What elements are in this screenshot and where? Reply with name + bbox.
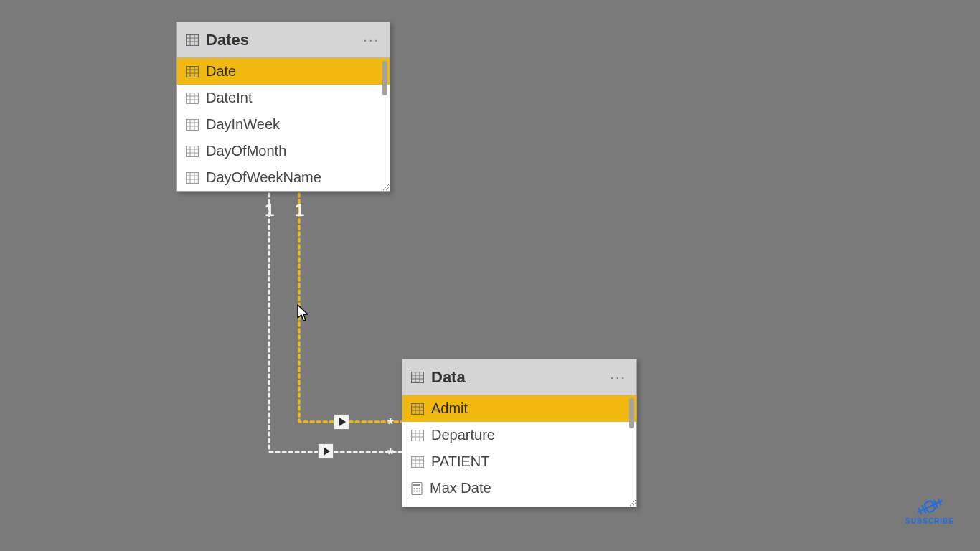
table-title: Dates (206, 31, 249, 50)
field-label: Departure (431, 427, 495, 443)
svg-rect-53 (413, 484, 420, 486)
svg-rect-10 (187, 93, 199, 103)
svg-rect-20 (187, 146, 199, 156)
table-menu-button[interactable]: ··· (608, 369, 628, 385)
filter-direction-marker-active[interactable] (334, 414, 349, 430)
svg-line-31 (386, 187, 389, 190)
field-label: Max Date (430, 480, 491, 496)
arrow-right-icon (339, 418, 346, 426)
svg-line-60 (630, 500, 636, 506)
cardinality-to-rel2: * (387, 415, 394, 433)
subscribe-watermark: SUBSCRIBE (905, 499, 954, 525)
cardinality-from-rel2: 1 (295, 200, 304, 220)
scrollbar[interactable] (382, 61, 387, 188)
svg-rect-47 (412, 456, 424, 467)
field-label: DayOfWeekName (206, 169, 321, 186)
field-row[interactable]: Departure (402, 422, 636, 448)
field-label: DayInWeek (206, 116, 280, 133)
subscribe-label: SUBSCRIBE (905, 517, 954, 525)
scrollbar-thumb[interactable] (629, 398, 634, 428)
table-body-dates: Date DateInt DayInWeek DayOfMonth DayOfW… (177, 58, 390, 191)
column-icon (186, 172, 199, 184)
table-menu-button[interactable]: ··· (362, 32, 381, 48)
resize-handle[interactable] (382, 183, 389, 190)
relationship-line-active[interactable] (299, 194, 402, 422)
table-header-data[interactable]: Data ··· (402, 359, 636, 395)
field-label: DayOfMonth (206, 143, 286, 159)
svg-line-62 (918, 501, 942, 512)
svg-rect-0 (187, 34, 199, 45)
svg-rect-37 (412, 403, 424, 414)
field-row[interactable]: Max Date (402, 475, 636, 501)
field-row[interactable]: Admit (402, 395, 636, 422)
cardinality-to-rel1: * (387, 445, 394, 463)
field-row[interactable]: DayOfWeekName (177, 164, 390, 191)
cardinality-from-rel1: 1 (265, 200, 274, 220)
table-body-data: Admit Departure PATIENT Max Date (402, 395, 636, 507)
scrollbar-thumb[interactable] (382, 61, 387, 95)
field-row[interactable]: DateInt (177, 85, 390, 111)
column-icon (186, 66, 199, 77)
field-row[interactable]: PATIENT (402, 448, 636, 475)
cursor-icon (297, 304, 310, 323)
column-icon (186, 146, 199, 157)
field-row[interactable]: DayInWeek (177, 111, 390, 138)
svg-point-57 (414, 490, 415, 491)
svg-point-54 (414, 488, 415, 489)
field-label: Date (206, 63, 236, 80)
table-header-dates[interactable]: Dates ··· (177, 22, 390, 58)
svg-rect-15 (187, 119, 199, 130)
table-icon (411, 372, 424, 383)
arrow-right-icon (324, 447, 330, 456)
filter-direction-marker-inactive[interactable] (318, 443, 334, 459)
table-card-data[interactable]: Data ··· Admit Departure PATIENT (402, 359, 637, 507)
column-icon (411, 430, 424, 441)
resize-handle[interactable] (628, 499, 636, 506)
relationship-line-inactive[interactable] (269, 194, 402, 452)
table-icon (186, 34, 199, 46)
column-icon (411, 403, 424, 415)
calculator-icon (411, 482, 423, 495)
column-icon (186, 119, 199, 131)
column-icon (411, 456, 424, 468)
field-label: DateInt (206, 90, 252, 106)
column-icon (186, 93, 199, 104)
svg-line-61 (633, 503, 636, 506)
svg-rect-25 (187, 172, 199, 183)
field-label: Admit (431, 400, 468, 417)
svg-point-58 (416, 490, 418, 491)
field-label: PATIENT (431, 453, 489, 470)
table-card-dates[interactable]: Dates ··· Date DateInt DayInWeek (176, 22, 390, 192)
svg-rect-5 (187, 66, 199, 77)
svg-point-55 (416, 488, 418, 489)
svg-rect-32 (412, 372, 424, 382)
svg-point-56 (419, 488, 420, 489)
field-row[interactable]: DayOfMonth (177, 138, 390, 164)
scrollbar[interactable] (629, 398, 634, 504)
svg-point-59 (419, 490, 420, 491)
svg-line-30 (383, 184, 389, 190)
svg-rect-42 (412, 430, 424, 441)
field-row[interactable]: Date (177, 58, 390, 85)
table-title: Data (431, 368, 466, 387)
